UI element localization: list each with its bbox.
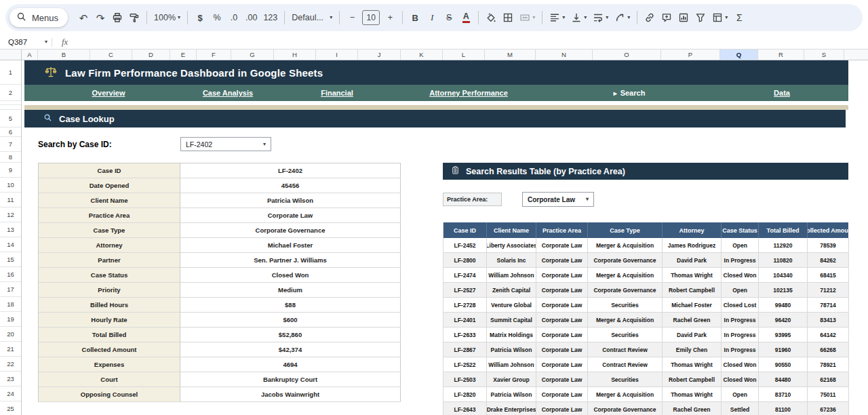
results-cell-status[interactable]: Closed Won xyxy=(722,357,759,372)
row-header[interactable] xyxy=(0,105,21,110)
results-cell-area[interactable]: Corporate Law xyxy=(536,253,588,268)
results-cell-area[interactable]: Corporate Law xyxy=(536,342,588,357)
results-cell-billed[interactable]: 84480 xyxy=(759,372,808,387)
functions-button[interactable]: Σ xyxy=(731,8,747,27)
results-cell-status[interactable]: Open xyxy=(722,238,759,253)
field-value[interactable]: Closed Won xyxy=(180,268,401,283)
font-size-input[interactable]: 10 xyxy=(362,10,380,25)
row-header[interactable]: 21 xyxy=(0,342,21,357)
create-filter-button[interactable] xyxy=(692,8,709,27)
column-header[interactable]: Q xyxy=(720,50,758,60)
results-cell-status[interactable]: Open xyxy=(722,283,759,298)
paint-format-button[interactable] xyxy=(126,8,142,27)
results-cell-status[interactable]: Settled xyxy=(722,402,759,415)
nav-link[interactable]: ▸Search xyxy=(614,85,646,101)
results-row[interactable]: LF-2527 Zenith Capital Corporate Law Cor… xyxy=(443,283,848,298)
percent-format-button[interactable]: % xyxy=(209,8,225,27)
results-cell-billed[interactable]: 83710 xyxy=(759,387,808,402)
results-cell-area[interactable]: Corporate Law xyxy=(536,298,588,313)
results-cell-case-id[interactable]: LF-2503 xyxy=(443,372,487,387)
select-all-corner[interactable] xyxy=(0,50,22,60)
results-cell-billed[interactable]: 96420 xyxy=(759,313,808,328)
results-cell-area[interactable]: Corporate Law xyxy=(536,268,588,283)
results-cell-case-id[interactable]: LF-2522 xyxy=(443,357,487,372)
row-header[interactable]: 10 xyxy=(0,178,21,193)
row-header[interactable]: 23 xyxy=(0,372,21,387)
sheet-grid[interactable]: Law Firm Performance Dashboard in Google… xyxy=(22,60,868,415)
results-cell-billed[interactable]: 102135 xyxy=(759,283,808,298)
results-cell-billed[interactable]: 81100 xyxy=(759,402,808,415)
field-value[interactable]: Corporate Governance xyxy=(180,223,401,238)
results-cell-case-id[interactable]: LF-2633 xyxy=(443,328,487,342)
print-button[interactable] xyxy=(109,8,125,27)
results-cell-collected[interactable]: 83413 xyxy=(808,313,849,328)
results-row[interactable]: LF-2728 Venture Global Corporate Law Sec… xyxy=(443,298,848,313)
results-row[interactable]: LF-2800 Solaris Inc Corporate Law Corpor… xyxy=(443,253,848,268)
results-cell-collected[interactable]: 78921 xyxy=(808,357,849,372)
results-cell-billed[interactable]: 112920 xyxy=(759,238,808,253)
results-cell-attorney[interactable]: David Park xyxy=(663,253,722,268)
field-value[interactable]: Michael Foster xyxy=(180,238,401,253)
field-value[interactable]: Jacobs Wainwright xyxy=(180,387,401,402)
zoom-select[interactable]: 100%▾ xyxy=(151,8,183,27)
results-cell-type[interactable]: Contract Review xyxy=(588,357,663,372)
results-cell-status[interactable]: In Progress xyxy=(722,313,759,328)
row-header[interactable]: 12 xyxy=(0,208,21,222)
nav-link[interactable]: ▸Financial xyxy=(321,85,353,101)
column-header[interactable]: J xyxy=(358,50,401,60)
results-cell-case-id[interactable]: LF-2401 xyxy=(443,313,487,328)
practice-area-dropdown[interactable]: Corporate Law ▾ xyxy=(522,192,594,207)
results-cell-case-id[interactable]: LF-2474 xyxy=(443,268,487,283)
results-cell-billed[interactable]: 104340 xyxy=(759,268,808,283)
results-cell-area[interactable]: Corporate Law xyxy=(536,283,588,298)
results-cell-status[interactable]: Open xyxy=(722,387,759,402)
row-header[interactable]: 20 xyxy=(0,327,21,342)
row-header[interactable]: 22 xyxy=(0,357,21,372)
decrease-decimal-button[interactable]: .0 xyxy=(226,8,242,27)
results-cell-area[interactable]: Corporate Law xyxy=(536,328,588,342)
column-header[interactable]: D xyxy=(132,50,170,60)
results-cell-collected[interactable]: 68415 xyxy=(808,268,849,283)
results-cell-client[interactable]: Venture Global xyxy=(487,298,536,313)
column-header[interactable]: I xyxy=(316,50,358,60)
row-header[interactable]: 7 xyxy=(0,137,21,152)
table-views-button[interactable]: ▾ xyxy=(709,8,730,27)
results-cell-collected[interactable]: 78539 xyxy=(808,238,849,253)
column-header[interactable]: P xyxy=(661,50,720,60)
field-value[interactable]: LF-2402 xyxy=(180,163,401,178)
row-header[interactable]: 17 xyxy=(0,282,21,297)
insert-chart-button[interactable] xyxy=(675,8,692,27)
strikethrough-button[interactable]: S xyxy=(441,8,457,27)
row-header[interactable]: 24 xyxy=(0,387,21,401)
row-header[interactable]: 25 xyxy=(0,401,21,415)
column-header[interactable]: G xyxy=(231,50,274,60)
column-header[interactable]: B xyxy=(38,50,90,60)
row-header[interactable]: 15 xyxy=(0,252,21,267)
insert-link-button[interactable] xyxy=(642,8,658,27)
results-cell-billed[interactable]: 90550 xyxy=(759,357,808,372)
field-value[interactable]: $600 xyxy=(180,313,401,328)
results-cell-billed[interactable]: 91960 xyxy=(759,342,808,357)
results-cell-client[interactable]: William Johnson xyxy=(487,357,536,372)
results-cell-type[interactable]: Merger & Acquisition xyxy=(588,268,663,283)
results-cell-case-id[interactable]: LF-2867 xyxy=(443,342,487,357)
field-value[interactable]: Corporate Law xyxy=(180,208,401,223)
decrease-font-size-button[interactable]: − xyxy=(344,8,360,27)
increase-font-size-button[interactable]: + xyxy=(382,8,398,27)
results-cell-area[interactable]: Corporate Law xyxy=(536,238,588,253)
italic-button[interactable]: I xyxy=(424,8,440,27)
row-header[interactable]: 5 xyxy=(0,110,21,127)
vertical-align-button[interactable]: ▾ xyxy=(568,8,589,27)
column-header[interactable]: C xyxy=(90,50,132,60)
field-value[interactable]: 45456 xyxy=(180,178,401,193)
increase-decimal-button[interactable]: .00 xyxy=(243,8,260,27)
results-cell-type[interactable]: Corporate Governance xyxy=(588,253,663,268)
results-cell-attorney[interactable]: Robert Campbell xyxy=(663,283,722,298)
results-cell-status[interactable]: Closed Lost xyxy=(722,298,759,313)
text-wrap-button[interactable]: ▾ xyxy=(590,8,611,27)
formula-input[interactable] xyxy=(77,35,868,49)
results-cell-attorney[interactable]: David Park xyxy=(663,328,722,342)
results-cell-area[interactable]: Corporate Law xyxy=(536,357,588,372)
results-row[interactable]: LF-2474 William Johnson Corporate Law Me… xyxy=(443,268,848,283)
column-header[interactable]: S xyxy=(804,50,844,60)
